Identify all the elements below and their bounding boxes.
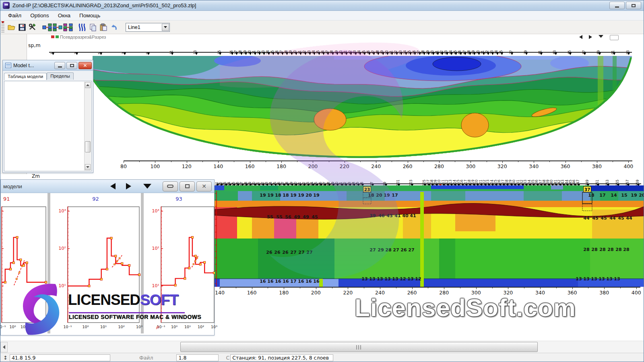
axis-tick-label: 160 bbox=[245, 163, 255, 169]
curves-button[interactable] bbox=[77, 22, 88, 33]
maximize-button[interactable] bbox=[626, 2, 641, 9]
value-label: 13 bbox=[377, 276, 383, 282]
value-label: 12 bbox=[400, 276, 406, 282]
dialog-close-button[interactable]: ✕ bbox=[78, 62, 92, 69]
undo-button[interactable] bbox=[109, 22, 119, 33]
value-label: 20 bbox=[305, 193, 312, 198]
value-label: 27 bbox=[408, 247, 414, 253]
log-x-tick-label: 10³ bbox=[211, 325, 217, 329]
next-icon[interactable] bbox=[589, 35, 592, 39]
model-table-grid bbox=[4, 81, 92, 171]
window-corner-box[interactable] bbox=[610, 35, 619, 40]
scroll-thumb[interactable] bbox=[180, 342, 538, 352]
models-maximize-button[interactable] bbox=[180, 181, 195, 191]
tab-model-table[interactable]: Таблица модели bbox=[4, 73, 47, 80]
tools-button[interactable] bbox=[27, 22, 38, 33]
models-minimize-button[interactable] bbox=[163, 181, 178, 191]
axis-minor-tick bbox=[268, 287, 268, 288]
sounding-curves-plot[interactable] bbox=[1, 193, 215, 326]
menu-options[interactable]: Options bbox=[26, 11, 54, 20]
model-table-tabs: Таблица модели Пределы bbox=[3, 71, 93, 80]
layout-center-button[interactable] bbox=[52, 22, 63, 33]
axis-tick-label: 260 bbox=[403, 163, 413, 169]
axis-tick bbox=[566, 161, 566, 163]
value-label: 17 bbox=[392, 193, 398, 198]
model-table-titlebar[interactable]: Model t... ✕ bbox=[3, 60, 93, 71]
pseudosection-plot[interactable] bbox=[93, 56, 632, 161]
station-marker-icon bbox=[540, 53, 543, 55]
log-x-tick-label: 10⁻¹ bbox=[64, 325, 72, 329]
horizontal-scrollbar[interactable] bbox=[0, 341, 644, 353]
scroll-down-button[interactable] bbox=[85, 164, 91, 170]
minimize-button[interactable] bbox=[609, 2, 625, 9]
value-label: 41 bbox=[394, 213, 400, 218]
scroll-up-button[interactable] bbox=[85, 82, 91, 88]
axis-tick-label: 320 bbox=[497, 163, 507, 169]
dialog-minimize-button[interactable] bbox=[54, 62, 65, 69]
menu-windows[interactable]: Окна bbox=[54, 11, 75, 20]
axis-minor-tick bbox=[332, 287, 332, 288]
axis-tick-label: 180 bbox=[279, 290, 289, 296]
paste-button[interactable] bbox=[98, 22, 109, 33]
tools-icon bbox=[29, 23, 37, 31]
next-station-button[interactable] bbox=[126, 183, 131, 189]
axis-minor-tick bbox=[360, 161, 361, 162]
line-selector-dropdown-button[interactable] bbox=[162, 24, 169, 31]
axis-tick-label: 200 bbox=[308, 163, 318, 169]
station-marker-icon bbox=[245, 53, 247, 55]
axis-tick-label: 120 bbox=[182, 163, 192, 169]
axis-tick bbox=[476, 287, 477, 289]
axis-tick-label: 200 bbox=[311, 290, 321, 296]
save-button[interactable] bbox=[17, 22, 27, 33]
scroll-thumb[interactable] bbox=[85, 141, 91, 152]
line-selector[interactable]: Line1 bbox=[126, 23, 170, 32]
value-label: 13 bbox=[606, 276, 612, 282]
station-marker-icon bbox=[304, 53, 307, 55]
models-close-button[interactable]: ✕ bbox=[196, 181, 212, 191]
value-label: 28 bbox=[591, 247, 597, 252]
value-label: 55 bbox=[267, 214, 273, 220]
models-window-titlebar[interactable]: модели ✕ bbox=[1, 180, 214, 193]
status-bar: ↕ 41.8 15.9 Файл 1.8 С Станция: 91, пози… bbox=[0, 353, 644, 362]
menu-file[interactable]: Файл bbox=[4, 11, 26, 20]
dropdown-icon[interactable] bbox=[599, 35, 603, 38]
axis-tick-label: 400 bbox=[623, 163, 633, 169]
prev-icon[interactable] bbox=[579, 35, 582, 39]
scroll-left-button[interactable] bbox=[0, 342, 8, 352]
layout-left-button[interactable] bbox=[42, 22, 52, 33]
layout-right-button[interactable] bbox=[63, 22, 73, 33]
value-label: 13 bbox=[392, 276, 398, 282]
station-marker-icon bbox=[249, 53, 252, 55]
value-label: 13 bbox=[576, 276, 582, 282]
value-label: 29 bbox=[378, 247, 384, 253]
axis-tick-label: 300 bbox=[466, 163, 475, 169]
selected-cell-badge[interactable]: 23 bbox=[363, 186, 371, 192]
prev-station-button[interactable] bbox=[110, 183, 116, 189]
open-file-button[interactable] bbox=[6, 22, 17, 33]
value-label: 19 bbox=[260, 193, 266, 198]
station-marker-icon bbox=[52, 53, 54, 55]
station-marker-icon bbox=[124, 53, 126, 55]
station-marker-icon bbox=[437, 53, 439, 55]
tab-limits[interactable]: Пределы bbox=[47, 72, 74, 80]
selected-cell-badge[interactable]: 37 bbox=[583, 186, 591, 192]
log-x-tick-label: 10¹ bbox=[184, 325, 191, 329]
value-label: 18 bbox=[283, 193, 289, 198]
value-label: 19 bbox=[313, 193, 319, 198]
section-plot[interactable] bbox=[214, 185, 644, 287]
menu-help[interactable]: Помощь bbox=[75, 11, 105, 20]
log-x-tick-label: 10⁰ bbox=[83, 325, 89, 329]
station-marker-icon bbox=[195, 53, 198, 55]
model-table-scrollbar[interactable] bbox=[84, 82, 91, 171]
log-x-tick-label: 10⁻¹ bbox=[0, 325, 6, 329]
station-menu-button[interactable] bbox=[143, 184, 151, 189]
models-window-title: модели bbox=[3, 183, 22, 189]
station-marker-icon bbox=[409, 53, 412, 55]
dialog-maximize-button[interactable] bbox=[66, 62, 77, 69]
value-label: 45 bbox=[601, 216, 607, 221]
copy-button[interactable] bbox=[88, 22, 98, 33]
axis-tick bbox=[604, 287, 605, 289]
toolbar-grip[interactable] bbox=[1, 22, 4, 33]
axis-tick-label: 380 bbox=[592, 163, 602, 169]
toolbar-overflow-icon[interactable] bbox=[1, 21, 4, 23]
